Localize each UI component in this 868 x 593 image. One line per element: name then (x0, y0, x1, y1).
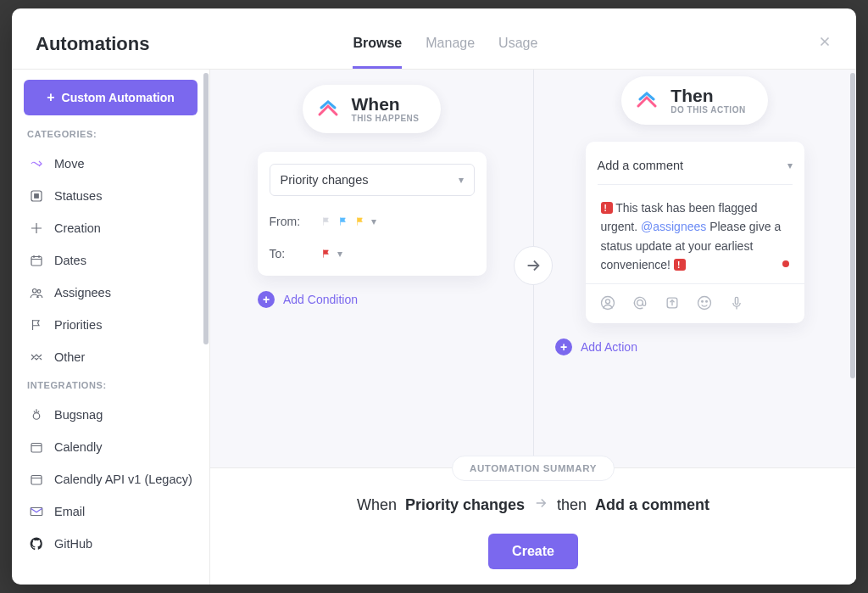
svg-point-5 (33, 413, 40, 420)
tab-manage[interactable]: Manage (426, 36, 475, 69)
assign-comment-button[interactable] (599, 294, 616, 311)
automation-summary-label: AUTOMATION SUMMARY (452, 456, 615, 481)
summary-then-value: Add a comment (595, 496, 709, 514)
sidebar-item-move[interactable]: Move (24, 148, 198, 180)
status-icon (29, 188, 44, 204)
sidebar-item-label: Priorities (54, 318, 102, 332)
svg-point-10 (601, 296, 614, 309)
sidebar-item-bugsnag[interactable]: Bugsnag (24, 399, 198, 431)
automation-summary: When Priority changes then Add a comment (357, 495, 709, 515)
canvas-scroll-thumb[interactable] (850, 73, 855, 378)
sidebar-item-creation[interactable]: Creation (24, 212, 198, 244)
custom-automation-button[interactable]: + Custom Automation (24, 80, 198, 115)
builder-area: When THIS HAPPENS Priority changes ▾ Fro… (210, 70, 856, 585)
svg-rect-7 (31, 476, 42, 485)
voice-button[interactable] (728, 294, 745, 311)
sidebar-item-label: Calendly API v1 (Legacy) (54, 473, 192, 486)
other-icon (29, 350, 44, 365)
chevron-down-icon: ▾ (337, 248, 342, 260)
svg-point-11 (637, 299, 643, 305)
github-icon (29, 536, 44, 551)
summary-then-prefix: then (557, 496, 587, 514)
calendly-icon (29, 439, 44, 455)
svg-point-9 (605, 299, 609, 303)
svg-point-4 (37, 290, 41, 294)
action-select[interactable]: Add a comment ▾ (598, 154, 793, 185)
then-header: Then DO THIS ACTION (621, 76, 767, 125)
tab-browse[interactable]: Browse (353, 36, 402, 69)
priority-flag-none[interactable] (320, 215, 332, 227)
sidebar-item-dates[interactable]: Dates (24, 244, 198, 277)
clickup-logo-icon (633, 87, 660, 115)
add-action-button[interactable]: + Add Action (555, 338, 637, 355)
integrations-heading: INTEGRATIONS: (27, 380, 194, 390)
sidebar-item-label: Email (54, 505, 85, 518)
from-label: From: (270, 215, 309, 228)
action-select-value: Add a comment (598, 159, 684, 172)
sidebar-item-github[interactable]: GitHub (24, 528, 198, 560)
svg-point-14 (701, 300, 703, 302)
arrow-right-icon (533, 495, 548, 515)
close-icon (817, 34, 832, 49)
add-action-label: Add Action (581, 340, 637, 354)
mention-button[interactable] (632, 294, 648, 311)
svg-point-3 (33, 289, 37, 294)
sidebar-item-other[interactable]: Other (24, 341, 198, 373)
trigger-select[interactable]: Priority changes ▾ (270, 164, 475, 196)
then-card: Add a comment ▾ This task has been flagg… (586, 142, 804, 323)
from-priority-picker[interactable]: ▾ (320, 215, 376, 227)
when-card: Priority changes ▾ From: ▾ (258, 152, 487, 276)
chevron-down-icon: ▾ (371, 215, 376, 227)
then-column: Then DO THIS ACTION Add a comment ▾ This… (533, 70, 856, 467)
sidebar-item-assignees[interactable]: Assignees (24, 277, 198, 309)
flag-icon (29, 317, 44, 333)
emoji-button[interactable] (696, 294, 713, 311)
svg-point-15 (705, 300, 707, 302)
builder-footer: AUTOMATION SUMMARY When Priority changes… (210, 467, 856, 585)
arrow-right-icon (524, 256, 542, 275)
custom-automation-label: Custom Automation (62, 91, 175, 104)
comment-mention[interactable]: @assignees (641, 220, 706, 233)
to-label: To: (270, 247, 309, 260)
to-priority-picker[interactable]: ▾ (320, 248, 342, 260)
tab-usage[interactable]: Usage (498, 36, 537, 69)
svg-rect-16 (735, 297, 737, 304)
recording-indicator-icon (782, 260, 789, 267)
sidebar-item-statuses[interactable]: Statuses (24, 180, 198, 212)
sidebar-item-email[interactable]: Email (24, 495, 198, 528)
calendar-icon (29, 253, 44, 268)
modal-header: Automations Browse Manage Usage (12, 8, 856, 70)
sidebar-scroll-thumb[interactable] (203, 73, 209, 344)
header-tabs: Browse Manage Usage (353, 19, 537, 69)
sidebar-scrollbar[interactable] (203, 70, 209, 585)
sidebar-item-label: Statuses (54, 189, 102, 203)
create-button[interactable]: Create (488, 534, 578, 569)
then-subtitle: DO THIS ACTION (670, 105, 745, 115)
close-button[interactable] (817, 34, 832, 53)
add-condition-button[interactable]: + Add Condition (258, 291, 358, 308)
when-title: When (352, 95, 420, 114)
priority-flag-yellow[interactable] (354, 215, 366, 227)
assignees-icon (29, 285, 44, 300)
sidebar: + Custom Automation CATEGORIES: Move Sta… (12, 70, 210, 585)
then-title: Then (670, 87, 745, 105)
clickup-logo-icon (314, 96, 342, 123)
sidebar-item-calendly[interactable]: Calendly (24, 431, 198, 463)
sidebar-item-calendly-legacy[interactable]: Calendly API v1 (Legacy) (24, 463, 198, 495)
alert-emoji-icon (601, 202, 613, 214)
sidebar-item-label: Bugsnag (54, 408, 103, 422)
sidebar-item-label: Creation (54, 221, 101, 235)
flow-arrow (514, 246, 553, 285)
priority-flag-blue[interactable] (337, 215, 349, 227)
sidebar-item-priorities[interactable]: Priorities (24, 309, 198, 341)
slash-command-button[interactable] (664, 294, 681, 311)
from-row: From: ▾ (270, 215, 475, 228)
svg-rect-1 (35, 194, 39, 199)
sidebar-item-label: Other (54, 350, 85, 364)
summary-when-value: Priority changes (405, 496, 525, 514)
canvas-scrollbar[interactable] (849, 70, 856, 467)
priority-flag-red[interactable] (320, 248, 332, 260)
plus-badge-icon: + (555, 338, 572, 355)
sidebar-item-label: Dates (54, 254, 86, 267)
comment-editor[interactable]: This task has been flagged urgent. @assi… (586, 185, 804, 283)
